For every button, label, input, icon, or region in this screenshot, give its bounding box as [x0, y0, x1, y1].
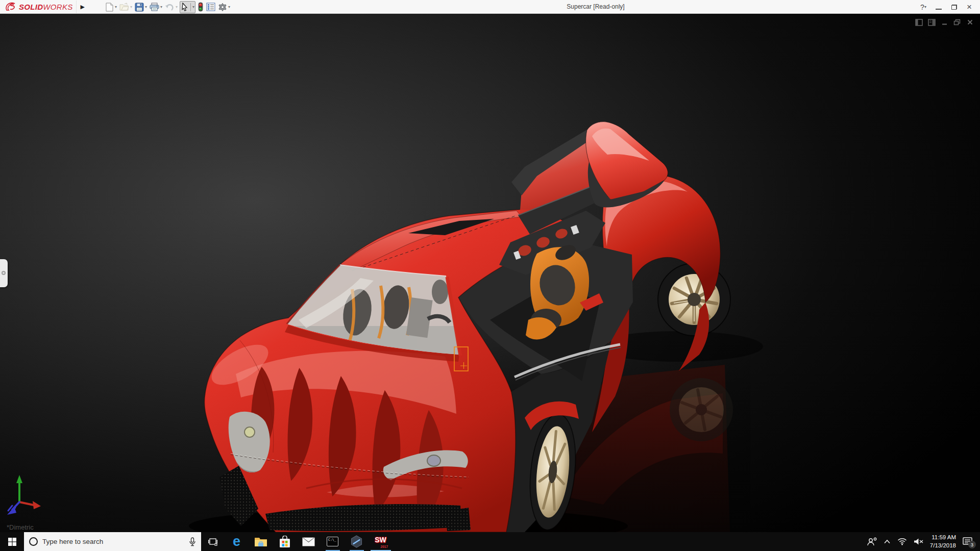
document-window-controls — [915, 18, 974, 26]
clock-date: 7/13/2018 — [930, 542, 956, 550]
taskbar-app-file-explorer[interactable] — [249, 532, 273, 551]
minimize-button[interactable] — [932, 2, 945, 13]
gear-icon — [218, 3, 227, 12]
volume-muted-icon — [914, 538, 923, 545]
new-document-icon — [105, 3, 114, 12]
taskbar-app-mail[interactable] — [297, 532, 321, 551]
3d-model-canvas[interactable] — [0, 14, 980, 532]
print-button[interactable]: ▾ — [149, 1, 163, 13]
doc-restore-icon — [953, 19, 961, 26]
minimize-icon — [936, 9, 942, 10]
close-button[interactable]: × — [963, 2, 976, 13]
brand-works: WORKS — [43, 3, 72, 11]
save-button[interactable]: ▾ — [134, 1, 148, 13]
display-settings-button[interactable] — [206, 1, 216, 13]
task-view-icon — [208, 538, 217, 546]
help-button[interactable]: ?▾ — [917, 2, 930, 13]
windows-logo-icon — [8, 538, 16, 546]
volume-button[interactable] — [914, 538, 923, 545]
taskbar-app-edge[interactable]: e — [225, 532, 249, 551]
taskbar-app-solidworks[interactable]: SW 2017 — [369, 532, 393, 551]
display-pane-button[interactable] — [927, 18, 936, 26]
select-tool-button[interactable]: ▾ — [180, 1, 195, 13]
microphone-icon[interactable] — [189, 537, 196, 546]
save-floppy-icon — [135, 3, 144, 12]
start-button[interactable] — [0, 532, 24, 551]
system-tray: 11:59 AM 7/13/2018 3 — [865, 532, 980, 551]
window-controls: ?▾ × — [917, 0, 976, 14]
quick-access-toolbar: ▾ ▾ ▾ — [105, 0, 231, 14]
car-rear-wheel — [658, 263, 730, 336]
feature-pane-button[interactable] — [915, 18, 923, 26]
doc-close-button[interactable] — [966, 18, 974, 26]
feature-tree-flyout-tab[interactable] — [0, 259, 8, 287]
open-document-button[interactable]: ▾ — [119, 1, 133, 13]
windows-taskbar: e — [0, 532, 980, 551]
chevron-up-icon — [884, 539, 891, 544]
taskbar-app-command-prompt[interactable]: C:\_ — [321, 532, 345, 551]
solidworks-2017-icon: SW 2017 — [374, 535, 387, 548]
undo-button[interactable]: ▾ — [164, 1, 178, 13]
microsoft-store-icon — [279, 536, 290, 548]
view-orientation-label: *Dimetric — [7, 523, 34, 531]
select-cursor-icon — [181, 3, 189, 12]
restore-icon — [951, 5, 957, 10]
file-explorer-icon — [254, 536, 267, 547]
cad-viewer-hexagon-icon — [350, 535, 363, 548]
people-button[interactable] — [867, 537, 877, 546]
wifi-icon — [897, 538, 907, 545]
action-center-button[interactable]: 3 — [963, 537, 972, 546]
restore-button[interactable] — [947, 2, 961, 13]
mail-icon — [302, 537, 315, 546]
graphics-area[interactable]: *Dimetric — [0, 14, 980, 532]
menu-flyout-arrow-icon[interactable]: ▶ — [77, 4, 89, 10]
cortana-icon — [29, 537, 38, 546]
desktop: SOLIDWORKS ▶ ▾ ▾ — [0, 0, 980, 551]
traffic-light-icon — [198, 2, 204, 12]
display-pane-small-icon — [928, 19, 936, 26]
clock-time: 11:59 AM — [930, 534, 956, 542]
taskbar-clock[interactable]: 11:59 AM 7/13/2018 — [930, 534, 956, 549]
solidworks-logo: SOLIDWORKS — [0, 1, 77, 13]
undo-arrow-icon — [165, 3, 175, 11]
doc-minimize-button[interactable] — [940, 18, 948, 26]
open-folder-icon — [119, 3, 129, 11]
window-title: Supercar [Read-only] — [567, 3, 624, 10]
taskbar-app-cad-viewer[interactable] — [345, 532, 369, 551]
taskbar-search[interactable] — [24, 532, 201, 551]
feature-pane-icon — [915, 19, 923, 26]
command-prompt-icon: C:\_ — [327, 537, 338, 546]
doc-minimize-icon — [941, 19, 948, 26]
rebuild-traffic-light-button[interactable] — [197, 1, 204, 13]
close-icon: × — [967, 2, 972, 12]
people-icon — [867, 537, 877, 546]
notification-badge: 3 — [968, 541, 976, 548]
network-button[interactable] — [897, 538, 907, 545]
tray-overflow-button[interactable] — [884, 539, 891, 544]
print-icon — [150, 3, 159, 11]
titlebar: SOLIDWORKS ▶ ▾ ▾ — [0, 0, 980, 14]
options-button[interactable]: ▾ — [217, 1, 231, 13]
task-view-button[interactable] — [201, 532, 225, 551]
edge-icon: e — [233, 535, 240, 548]
taskbar-app-store[interactable] — [273, 532, 297, 551]
doc-close-icon — [967, 19, 973, 26]
brand-solid: SOLID — [19, 3, 43, 11]
ds-logo-icon — [5, 2, 17, 11]
display-pane-icon — [206, 3, 215, 11]
doc-restore-button[interactable] — [953, 18, 961, 26]
search-input[interactable] — [42, 538, 184, 545]
flyout-tab-handle-icon — [2, 271, 6, 275]
new-document-button[interactable]: ▾ — [105, 1, 117, 13]
